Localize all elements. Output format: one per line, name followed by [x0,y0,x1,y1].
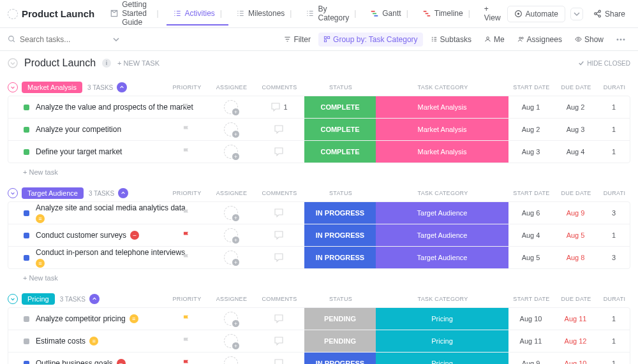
view-tab[interactable]: Gantt| [364,3,414,25]
category-cell[interactable]: Market Analysis [376,141,508,163]
more-button[interactable] [611,36,630,43]
col-header[interactable]: DUE DATE [554,190,598,196]
assignee-cell[interactable] [209,224,253,246]
task-row[interactable]: Define your target marketCOMPLETEMarket … [8,141,630,163]
col-header[interactable]: START DATE [509,84,554,91]
priority-flag-icon[interactable] [182,208,191,217]
comment-icon[interactable] [273,313,285,324]
assignee-icon[interactable] [224,312,238,326]
duration-cell[interactable]: 3 [598,247,630,268]
view-tab[interactable]: Milestones| [230,3,298,25]
startdate-cell[interactable]: Aug 9 [508,353,553,364]
priority-cell[interactable] [164,308,209,330]
search-input[interactable] [20,35,96,44]
assignee-cell[interactable] [209,308,253,330]
assignee-cell[interactable] [209,119,253,140]
col-header[interactable]: STATUS [305,190,376,196]
status-cell[interactable]: IN PROGRESS [304,353,376,364]
priority-flag-icon[interactable] [182,337,191,346]
status-cell[interactable]: COMPLETE [304,141,376,163]
col-header[interactable]: DUE DATE [554,84,598,91]
col-header[interactable]: TASK CATEGORY [376,84,509,91]
status-cell[interactable]: PENDING [304,308,376,330]
comments-cell[interactable] [253,224,304,246]
duedate-cell[interactable]: Aug 5 [553,224,598,246]
comments-cell[interactable] [253,308,304,330]
priority-flag-icon[interactable] [182,314,191,323]
status-square[interactable] [24,339,29,344]
duedate-cell[interactable]: Aug 4 [553,141,598,163]
col-header[interactable]: DURATI [598,296,630,302]
priority-flag-icon[interactable] [182,125,191,134]
comments-cell[interactable] [253,330,304,352]
filter-button[interactable]: Filter [279,33,316,47]
comment-icon[interactable] [273,229,285,241]
priority-flag-icon[interactable] [182,103,191,112]
comment-icon[interactable] [273,358,285,364]
task-row[interactable]: Outline business goals−IN PROGRESSPricin… [8,353,630,364]
col-header[interactable]: START DATE [509,190,554,196]
assignee-icon[interactable] [224,100,238,114]
col-header[interactable]: START DATE [509,296,554,302]
expand-icon[interactable] [8,58,18,68]
assignees-button[interactable]: Assignees [512,33,567,47]
task-row[interactable]: Analyze competitor pricing≡PENDINGPricin… [8,308,630,330]
duration-cell[interactable]: 1 [598,330,630,352]
duration-cell[interactable]: 1 [598,308,630,330]
view-tab[interactable]: Timeline| [416,3,477,25]
priority-cell[interactable] [164,247,209,268]
sort-icon[interactable] [118,188,128,198]
duration-cell[interactable]: 1 [598,353,630,364]
category-cell[interactable]: Pricing [376,353,508,364]
share-button[interactable]: Share [588,6,630,22]
duedate-cell[interactable]: Aug 11 [553,308,598,330]
col-header[interactable]: DURATI [598,84,630,91]
collapse-icon[interactable] [8,294,18,304]
comments-cell[interactable] [253,119,304,140]
priority-cell[interactable] [164,119,209,140]
group-pill[interactable]: Market Analysis [22,82,82,93]
priority-cell[interactable] [164,202,209,224]
automate-chevron[interactable] [570,8,583,20]
startdate-cell[interactable]: Aug 1 [508,96,553,118]
task-row[interactable]: Conduct in-person and telephone intervie… [8,247,630,268]
status-cell[interactable]: IN PROGRESS [304,247,376,268]
category-cell[interactable]: Pricing [376,308,508,330]
add-task-row[interactable]: + New task [8,269,630,287]
status-square[interactable] [24,316,29,322]
assignee-icon[interactable] [224,122,238,136]
priority-cell[interactable] [164,224,209,246]
duration-cell[interactable]: 1 [598,224,630,246]
assignee-icon[interactable] [224,145,238,159]
col-header[interactable]: PRIORITY [165,84,209,91]
status-square[interactable] [24,233,29,238]
duedate-cell[interactable]: Aug 10 [553,353,598,364]
status-cell[interactable]: COMPLETE [304,96,376,118]
priority-flag-icon[interactable] [182,359,191,364]
status-cell[interactable]: IN PROGRESS [304,202,376,224]
col-header[interactable]: COMMENTS [254,84,305,91]
col-header[interactable]: DUE DATE [554,296,598,302]
startdate-cell[interactable]: Aug 3 [508,141,553,163]
comment-icon[interactable] [273,207,285,219]
status-cell[interactable]: COMPLETE [304,119,376,140]
task-row[interactable]: Analyze your competitionCOMPLETEMarket A… [8,119,630,141]
duration-cell[interactable]: 3 [598,202,630,224]
duedate-cell[interactable]: Aug 12 [553,330,598,352]
startdate-cell[interactable]: Aug 10 [508,308,553,330]
sort-icon[interactable] [117,82,127,92]
view-tab[interactable]: Activities| [167,3,228,25]
comment-icon[interactable] [273,252,285,263]
status-square[interactable] [24,149,29,155]
col-header[interactable]: ASSIGNEE [209,190,254,196]
duedate-cell[interactable]: Aug 2 [553,96,598,118]
col-header[interactable]: STATUS [305,296,376,302]
startdate-cell[interactable]: Aug 5 [508,247,553,268]
assignee-icon[interactable] [224,251,238,265]
status-cell[interactable]: PENDING [304,330,376,352]
startdate-cell[interactable]: Aug 6 [508,202,553,224]
groupby-button[interactable]: Group by: Task Category [318,33,423,47]
duedate-cell[interactable]: Aug 3 [553,119,598,140]
me-button[interactable]: Me [479,33,510,47]
assignee-cell[interactable] [209,330,253,352]
